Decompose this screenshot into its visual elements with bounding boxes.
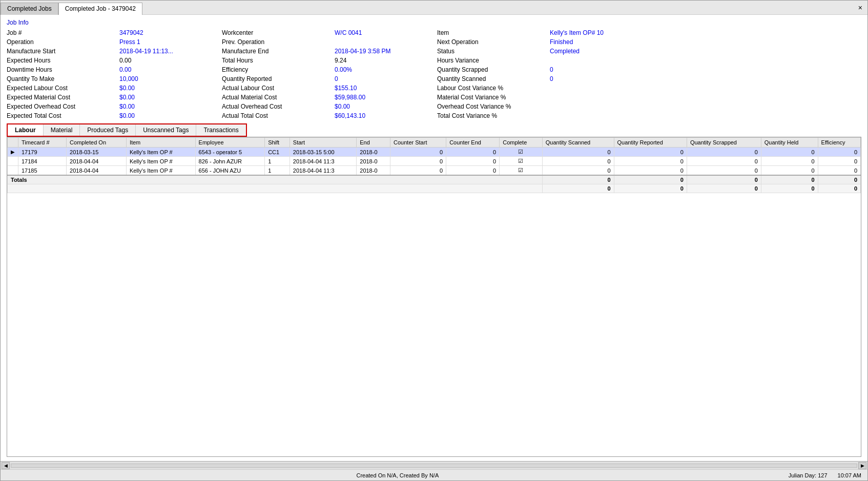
total-hours-value: 9.24: [335, 57, 437, 64]
status-value: Completed: [550, 48, 861, 55]
act-overhead-cost-value: $0.00: [335, 103, 437, 110]
totals-qty_scrapped: 0: [687, 175, 761, 184]
row-shift: 1: [265, 166, 290, 176]
row-arrow: ▶: [8, 148, 18, 157]
row-shift: CC1: [265, 148, 290, 157]
row-counter-end: 0: [446, 157, 500, 166]
workcenter-label: Workcenter: [222, 29, 335, 36]
row-timecard: 17184: [18, 157, 67, 166]
mfg-start-label: Manufacture Start: [7, 48, 119, 55]
col-completed-on: Completed On: [67, 138, 127, 148]
totals-label-row: Totals00000: [8, 175, 861, 184]
col-efficiency: Efficiency: [818, 138, 860, 148]
close-button[interactable]: ×: [855, 3, 865, 13]
qty-scrapped-value: 0: [550, 66, 861, 73]
mfg-end-label: Manufacture End: [222, 48, 335, 55]
qty-scanned-label: Quantity Scanned: [437, 75, 550, 82]
qty-reported-value: 0: [335, 75, 437, 82]
tab-completed-jobs[interactable]: Completed Jobs: [1, 3, 58, 15]
prev-operation-label: Prev. Operation: [222, 38, 335, 46]
row-qty-reported: 0: [614, 157, 687, 166]
totals-val-qty_reported: 0: [614, 184, 687, 193]
col-counter-start: Counter Start: [390, 138, 446, 148]
row-counter-start: 0: [390, 148, 446, 157]
col-arrow: [8, 138, 18, 148]
row-qty-scrapped: 0: [687, 166, 761, 176]
row-counter-end: 0: [446, 166, 500, 176]
col-qty-reported: Quantity Reported: [614, 138, 687, 148]
row-counter-end: 0: [446, 148, 500, 157]
act-total-cost-value: $60,143.10: [335, 112, 437, 119]
act-labour-cost-value: $155.10: [335, 85, 437, 92]
total-cost-var-value: [550, 112, 861, 119]
labour-cost-var-value: [550, 85, 861, 92]
row-complete[interactable]: ☑: [500, 157, 543, 166]
hours-variance-label: Hours Variance: [437, 57, 550, 64]
row-complete[interactable]: ☑: [500, 148, 543, 157]
item-label: Item: [437, 29, 550, 36]
row-complete[interactable]: ☑: [500, 166, 543, 176]
totals-efficiency: 0: [818, 175, 860, 184]
row-completed-on: 2018-03-15: [67, 148, 127, 157]
overhead-cost-var-value: [550, 103, 861, 110]
row-item: Kelly's Item OP #: [126, 157, 195, 166]
col-employee: Employee: [195, 138, 265, 148]
overhead-cost-var-label: Overhead Cost Variance %: [437, 103, 550, 110]
col-timecard: Timecard #: [18, 138, 67, 148]
totals-empty: [8, 184, 543, 193]
tab-completed-job[interactable]: Completed Job - 3479042: [58, 3, 142, 15]
tab-unscanned-tags[interactable]: Unscanned Tags: [136, 124, 196, 136]
qty-scanned-value: 0: [550, 75, 861, 82]
tab-labour[interactable]: Labour: [8, 124, 44, 136]
mfg-end-value: 2018-04-19 3:58 PM: [335, 48, 437, 55]
act-total-cost-label: Actual Total Cost: [222, 112, 335, 119]
exp-labour-cost-value: $0.00: [119, 85, 222, 92]
labour-cost-var-label: Labour Cost Variance %: [437, 85, 550, 92]
row-timecard: 17185: [18, 166, 67, 176]
main-window: Completed Jobs Completed Job - 3479042 ×…: [0, 0, 868, 481]
tab-material[interactable]: Material: [44, 124, 80, 136]
mfg-start-value: 2018-04-19 11:13...: [119, 48, 222, 55]
operation-value: Press 1: [119, 38, 222, 46]
totals-val-qty_scanned: 0: [542, 184, 614, 193]
exp-total-cost-label: Expected Total Cost: [7, 112, 119, 119]
totals-val-qty_scrapped: 0: [687, 184, 761, 193]
col-item: Item: [126, 138, 195, 148]
table-row[interactable]: ▶171792018-03-15Kelly's Item OP #6543 - …: [8, 148, 861, 157]
scroll-left-button[interactable]: ◀: [2, 462, 10, 469]
status-right: Julian Day: 127 10:07 AM: [789, 472, 861, 478]
status-center: Created On N/A, Created By N/A: [7, 472, 789, 478]
tab-produced-tags[interactable]: Produced Tags: [80, 124, 136, 136]
row-efficiency: 0: [818, 166, 860, 176]
scroll-right-button[interactable]: ▶: [858, 462, 866, 469]
row-start: 2018-03-15 5:00: [290, 148, 356, 157]
sub-tabs-row: Labour Material Produced Tags Unscanned …: [7, 123, 247, 137]
col-end: End: [357, 138, 390, 148]
row-end: 2018-0: [357, 148, 390, 157]
exp-material-cost-value: $0.00: [119, 94, 222, 101]
row-qty-held: 0: [761, 157, 818, 166]
col-complete: Complete: [500, 138, 543, 148]
scroll-track[interactable]: [11, 464, 857, 468]
hours-variance-value: [550, 57, 861, 64]
exp-overhead-cost-label: Expected Overhead Cost: [7, 103, 119, 110]
row-arrow: [8, 166, 18, 176]
row-end: 2018-0: [357, 157, 390, 166]
item-value: Kelly's Item OP# 10: [550, 29, 861, 36]
horizontal-scrollbar[interactable]: ◀ ▶: [1, 461, 867, 469]
totals-qty_scanned: 0: [542, 175, 614, 184]
material-cost-var-label: Material Cost Variance %: [437, 94, 550, 101]
row-item: Kelly's Item OP #: [126, 148, 195, 157]
exp-overhead-cost-value: $0.00: [119, 103, 222, 110]
act-labour-cost-label: Actual Labour Cost: [222, 85, 335, 92]
table-row[interactable]: 171852018-04-04Kelly's Item OP #656 - JO…: [8, 166, 861, 176]
row-counter-start: 0: [390, 157, 446, 166]
table-row[interactable]: 171842018-04-04Kelly's Item OP #826 - Jo…: [8, 157, 861, 166]
row-qty-scanned: 0: [542, 157, 614, 166]
material-cost-var-value: [550, 94, 861, 101]
expected-hours-value: 0.00: [119, 57, 222, 64]
row-qty-reported: 0: [614, 148, 687, 157]
exp-total-cost-value: $0.00: [119, 112, 222, 119]
tab-transactions[interactable]: Transactions: [196, 124, 245, 136]
job-num-value: 3479042: [119, 29, 222, 36]
